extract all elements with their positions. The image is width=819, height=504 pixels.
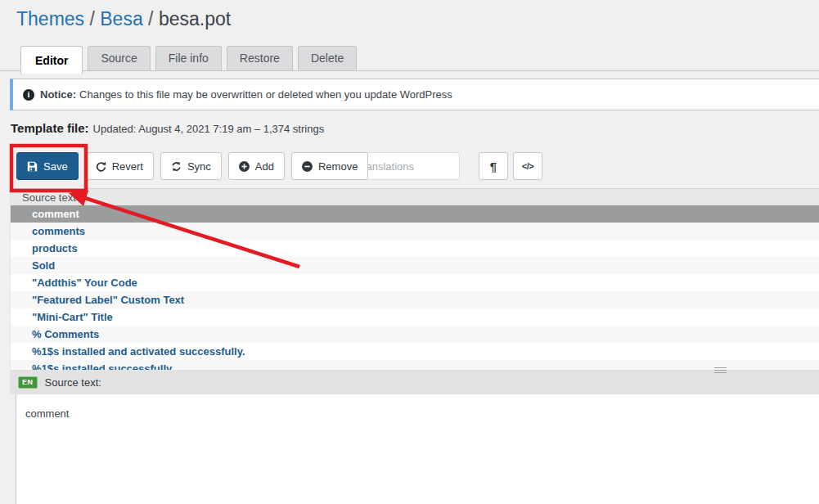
add-button-label: Add bbox=[255, 160, 274, 173]
breadcrumb-themes-link[interactable]: Themes bbox=[16, 8, 84, 29]
editor-pane-label: Source text: bbox=[45, 376, 101, 389]
list-item[interactable]: Sold bbox=[11, 257, 819, 274]
editor-toolbar: Save Revert Sync Add Remove bbox=[16, 152, 368, 180]
breadcrumb: Themes / Besa / besa.pot bbox=[16, 8, 231, 30]
tab-restore[interactable]: Restore bbox=[227, 46, 293, 70]
list-item[interactable]: "Featured Label" Custom Text bbox=[11, 291, 819, 308]
save-floppy-icon bbox=[27, 161, 38, 172]
pilcrow-icon: ¶ bbox=[490, 160, 497, 173]
revert-button[interactable]: Revert bbox=[85, 152, 154, 180]
sync-icon bbox=[171, 161, 182, 172]
list-item-clipped[interactable]: %1$s installed successfully. bbox=[11, 360, 819, 370]
template-file-details: Updated: August 4, 2021 7:19 am – 1,374 … bbox=[93, 123, 325, 135]
tabs-bottom-border bbox=[0, 70, 819, 71]
tab-editor[interactable]: Editor bbox=[20, 46, 83, 74]
info-icon: i bbox=[23, 89, 34, 101]
save-button[interactable]: Save bbox=[16, 152, 79, 180]
tab-bar: Editor Source File info Restore Delete bbox=[20, 43, 357, 70]
tab-file-info[interactable]: File info bbox=[155, 46, 222, 70]
language-badge: EN bbox=[18, 376, 38, 389]
source-text-editor[interactable]: comment bbox=[16, 394, 819, 504]
list-item[interactable]: "Mini-Cart" Title bbox=[11, 308, 819, 326]
tab-source[interactable]: Source bbox=[88, 46, 150, 70]
add-circle-icon bbox=[239, 161, 250, 172]
list-item[interactable]: % Comments bbox=[11, 326, 819, 343]
remove-button[interactable]: Remove bbox=[291, 152, 368, 180]
save-button-label: Save bbox=[43, 160, 68, 173]
template-file-meta: Template file:Updated: August 4, 2021 7:… bbox=[11, 121, 324, 135]
toggle-invisibles-button[interactable]: ¶ bbox=[479, 152, 508, 180]
revert-button-label: Revert bbox=[112, 160, 143, 173]
source-text-value: comment bbox=[25, 407, 69, 420]
code-icon: </> bbox=[522, 161, 533, 171]
template-file-title: Template file: bbox=[11, 121, 89, 135]
breadcrumb-separator: / bbox=[84, 8, 100, 29]
sync-button-label: Sync bbox=[187, 160, 211, 173]
pane-resize-handle[interactable] bbox=[714, 367, 727, 373]
loco-translate-editor-page: Themes / Besa / besa.pot Editor Source F… bbox=[0, 0, 819, 504]
notice-banner: i Notice: Changes to this file may be ov… bbox=[10, 79, 819, 110]
toggle-code-view-button[interactable]: </> bbox=[513, 152, 542, 180]
breadcrumb-current-file: besa.pot bbox=[159, 8, 231, 29]
editor-pane-header: EN Source text: bbox=[10, 370, 819, 394]
remove-button-label: Remove bbox=[318, 160, 358, 173]
list-item[interactable]: products bbox=[11, 240, 819, 257]
breadcrumb-separator: / bbox=[143, 8, 159, 29]
source-text-column-header[interactable]: Source text bbox=[11, 188, 819, 205]
list-item[interactable]: comments bbox=[11, 223, 819, 240]
list-item[interactable]: "Addthis" Your Code bbox=[11, 274, 819, 291]
notice-text: Changes to this file may be overwritten … bbox=[79, 88, 452, 101]
sync-button[interactable]: Sync bbox=[160, 152, 222, 180]
list-item[interactable]: %1$s installed and activated successfull… bbox=[11, 343, 819, 360]
list-item[interactable]: comment bbox=[11, 205, 819, 223]
source-text-list: Source text comment comments products So… bbox=[10, 188, 819, 370]
add-button[interactable]: Add bbox=[228, 152, 285, 180]
notice-label: Notice: bbox=[40, 88, 76, 101]
revert-icon bbox=[96, 161, 106, 172]
tab-delete[interactable]: Delete bbox=[298, 46, 357, 70]
remove-circle-icon bbox=[302, 161, 313, 172]
breadcrumb-bundle-link[interactable]: Besa bbox=[100, 8, 142, 29]
